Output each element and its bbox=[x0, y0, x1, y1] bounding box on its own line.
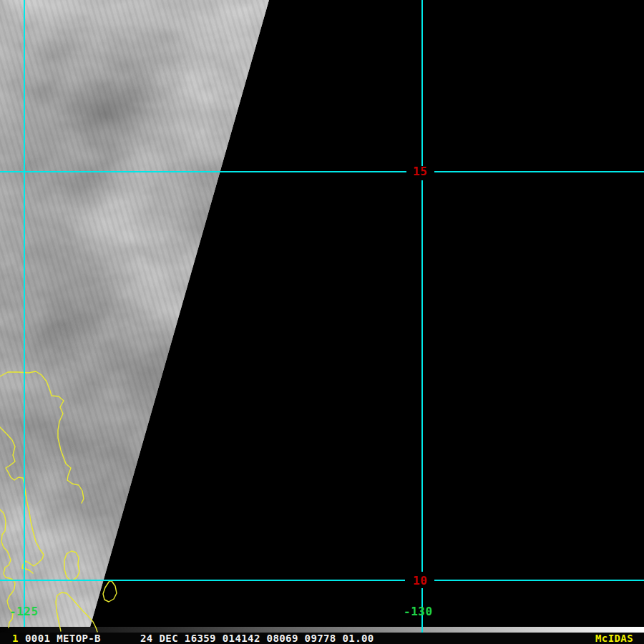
longitude-label-minus-130: -130 bbox=[404, 607, 433, 617]
coastline-island bbox=[103, 581, 117, 602]
mcidas-image-window: 1 0001 METOP-B 24 DEC 16359 014142 08069… bbox=[0, 0, 644, 644]
latitude-label-10: 10 bbox=[413, 576, 427, 586]
longitude-label-minus-125: -125 bbox=[9, 607, 39, 617]
satellite-swath-image bbox=[0, 0, 644, 627]
satellite-image-canvas[interactable] bbox=[0, 0, 644, 644]
latitude-label-15: 15 bbox=[413, 167, 427, 177]
